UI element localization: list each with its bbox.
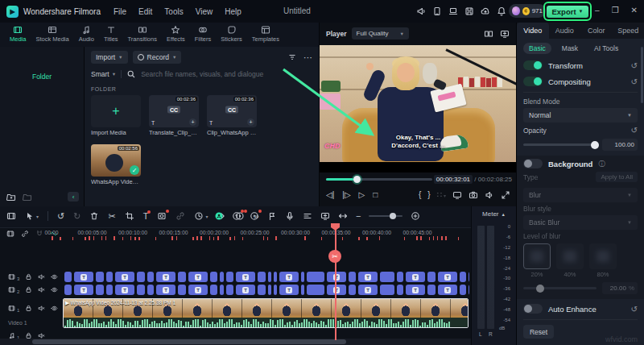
- meter-header[interactable]: Meter ▲: [472, 206, 516, 218]
- menu-file[interactable]: File: [114, 7, 126, 16]
- unlink-icon[interactable]: [175, 211, 185, 221]
- preview-settings-icon[interactable]: [500, 29, 510, 39]
- mute-preview-button[interactable]: [485, 190, 494, 200]
- media-icon[interactable]: [13, 25, 23, 35]
- opacity-value[interactable]: 100.00: [602, 139, 638, 151]
- text-clip[interactable]: T: [358, 272, 378, 282]
- toggle-track-visibility-icon[interactable]: [51, 305, 58, 312]
- text-tool-icon[interactable]: T: [143, 212, 149, 221]
- blur-level-option[interactable]: 20%: [523, 243, 551, 278]
- media-item[interactable]: +Import Media: [91, 95, 141, 136]
- account-pill[interactable]: ¢ 971: [509, 4, 546, 18]
- save-icon[interactable]: [464, 6, 474, 16]
- text-clip[interactable]: T: [156, 285, 175, 295]
- subtab-mask[interactable]: Mask: [556, 43, 584, 54]
- text-clip[interactable]: T: [236, 285, 255, 295]
- seek-bar[interactable]: [326, 178, 432, 181]
- menu-edit[interactable]: Edit: [138, 7, 152, 16]
- text-clip[interactable]: [226, 285, 233, 295]
- stop-button[interactable]: □: [373, 191, 378, 199]
- text-clip[interactable]: [220, 285, 224, 295]
- sidebar-item-folder[interactable]: Folder: [6, 69, 78, 84]
- tab-effects[interactable]: Effects: [167, 25, 185, 43]
- tab-templates[interactable]: Templates: [252, 25, 279, 43]
- text-clip[interactable]: T: [358, 285, 378, 295]
- text-clip[interactable]: [137, 272, 145, 282]
- text-clip[interactable]: [137, 285, 145, 295]
- fit-timeline-icon[interactable]: [338, 211, 348, 221]
- text-clip[interactable]: [397, 285, 403, 295]
- compare-view-icon[interactable]: [484, 29, 493, 39]
- text-clip[interactable]: T: [438, 285, 457, 295]
- ai-avatar-icon[interactable]: [214, 211, 224, 221]
- lock-track-icon[interactable]: [25, 305, 32, 312]
- media-thumbnail[interactable]: 00:02:36CCT+: [207, 95, 257, 127]
- media-thumbnail[interactable]: 00:02:56✓: [91, 144, 141, 177]
- scrollbar-thumb[interactable]: [32, 339, 346, 344]
- voiceover-icon[interactable]: [285, 211, 295, 221]
- text-clip[interactable]: [220, 272, 224, 282]
- text-clip[interactable]: T: [327, 285, 346, 295]
- coins-icon[interactable]: [232, 211, 242, 221]
- preview-quality-button[interactable]: ∷▾: [437, 191, 446, 199]
- subtab-basic[interactable]: Basic: [523, 43, 551, 54]
- auto-enhance-toggle[interactable]: [523, 304, 543, 314]
- text-clip[interactable]: T: [74, 272, 93, 282]
- export-button[interactable]: Export ▼: [547, 6, 588, 18]
- tab-titles[interactable]: Titles: [104, 25, 118, 43]
- effects-icon[interactable]: [171, 25, 180, 35]
- notification-bell-icon[interactable]: [497, 6, 506, 16]
- quality-dropdown[interactable]: Full Quality ▼: [352, 27, 409, 39]
- audio-icon[interactable]: [81, 25, 91, 35]
- blur-level-option[interactable]: 80%: [589, 243, 617, 278]
- text-clip[interactable]: [64, 272, 72, 282]
- text-clip[interactable]: [397, 272, 403, 282]
- compositing-reset-icon[interactable]: ↺: [631, 77, 638, 86]
- video-preview[interactable]: Okay, That's ... D'accord, C'est ... CHD: [320, 45, 517, 172]
- prev-frame-button[interactable]: ◁|: [326, 191, 334, 199]
- zoom-slider-handle[interactable]: [390, 213, 396, 219]
- track-manager-icon[interactable]: [303, 211, 312, 221]
- blur-level-value[interactable]: 20.00%: [602, 282, 638, 294]
- media-item[interactable]: 00:02:36CCT+Clip_WhatsApp Video ...: [207, 95, 257, 136]
- reset-button[interactable]: Reset: [523, 325, 554, 339]
- tab-transitions[interactable]: Transitions: [128, 25, 157, 43]
- text-clip[interactable]: [274, 272, 277, 282]
- video-track-icon[interactable]: [8, 305, 15, 312]
- media-item[interactable]: 00:02:56✓WhatsApp Video 2024...: [91, 144, 141, 185]
- text-clip[interactable]: [460, 285, 466, 295]
- transform-toggle[interactable]: [523, 60, 543, 70]
- text-clip[interactable]: [178, 285, 186, 295]
- select-tool-icon[interactable]: ▾: [25, 211, 39, 221]
- import-button[interactable]: Import▼: [91, 51, 128, 64]
- properties-tab-color[interactable]: Color: [580, 23, 613, 39]
- menu-help[interactable]: Help: [225, 7, 242, 16]
- text-clip[interactable]: [210, 272, 217, 282]
- mask-tool-icon[interactable]: [157, 211, 167, 221]
- properties-tab-video[interactable]: Video: [517, 23, 549, 39]
- transform-reset-icon[interactable]: ↺: [631, 61, 638, 70]
- maximize-button[interactable]: ❐: [612, 6, 619, 15]
- toggle-track-visibility-icon[interactable]: [51, 286, 58, 293]
- text-clip[interactable]: T: [115, 285, 134, 295]
- collapse-sidebar-button[interactable]: ‹: [68, 192, 79, 202]
- text-clip[interactable]: T: [406, 272, 425, 282]
- background-toggle[interactable]: [523, 159, 543, 168]
- text-clip[interactable]: [427, 272, 436, 282]
- video-clip[interactable]: ▶ WhatsApp Video 2024-11-13 at 2.25.38 P…: [63, 298, 469, 328]
- properties-tab-speed[interactable]: Speed: [613, 23, 644, 39]
- blur-style-select[interactable]: Basic Blur▼: [523, 215, 638, 230]
- opacity-reset-icon[interactable]: ↺: [631, 126, 638, 135]
- mark-out-button[interactable]: }: [427, 191, 430, 199]
- opacity-slider[interactable]: [523, 143, 597, 146]
- blend-mode-select[interactable]: Normal▼: [523, 108, 638, 123]
- screen-split-icon[interactable]: [320, 211, 330, 221]
- delete-folder-icon[interactable]: [23, 192, 32, 202]
- text-clip[interactable]: [258, 272, 266, 282]
- menu-view[interactable]: View: [196, 7, 213, 16]
- close-button[interactable]: ✕: [631, 6, 638, 15]
- filters-icon[interactable]: [198, 25, 208, 35]
- crop-icon[interactable]: [125, 211, 134, 221]
- text-clip[interactable]: [64, 285, 72, 295]
- timeline-scrollbar[interactable]: [0, 339, 471, 345]
